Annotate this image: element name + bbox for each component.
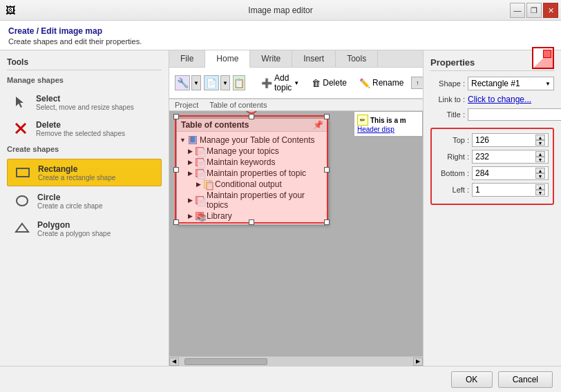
delete-ribbon-label: Delete [323, 78, 347, 88]
cancel-button[interactable]: Cancel [498, 371, 553, 388]
editor-toolbar: File Home Write Insert Tools 🔧 ▼ 📄 ▼ [169, 50, 423, 99]
delete-icon [11, 119, 30, 138]
bottom-spin-up[interactable]: ▲ [535, 168, 545, 173]
ok-button[interactable]: OK [451, 371, 493, 388]
text-preview-header: ✏ This is a m [357, 115, 419, 126]
nav-up[interactable]: ↑ [411, 77, 423, 89]
ribbon-icon-1[interactable]: 🔧 [175, 75, 190, 90]
window-title: Image map editor [248, 6, 312, 15]
tab-home[interactable]: Home [205, 50, 250, 68]
top-spin-down[interactable]: ▼ [535, 140, 545, 146]
select-icon [11, 92, 30, 112]
shape-dropdown[interactable]: Rectangle #1 ▼ [468, 77, 554, 90]
add-topic-label: Add topic [274, 73, 292, 92]
handle-tr[interactable] [324, 114, 330, 119]
polygon-desc: Create a polygon shape [37, 230, 111, 237]
handle-br[interactable] [324, 219, 330, 225]
top-coord-input[interactable]: 126 ▲ ▼ [472, 133, 549, 147]
top-coord-label: Top : [436, 136, 469, 144]
editor-panel: File Home Write Insert Tools 🔧 ▼ 📄 ▼ [169, 50, 423, 366]
bottom-spinner[interactable]: ▲ ▼ [535, 168, 545, 179]
handle-bl[interactable] [173, 219, 179, 225]
left-coord-input[interactable]: 1 ▲ ▼ [472, 183, 549, 197]
rename-icon: ✏️ [359, 78, 370, 88]
rotation-handle[interactable] [245, 111, 258, 114]
ribbon-icons-row2: 📄 ▼ [204, 75, 230, 90]
add-topic-button[interactable]: ➕ Add topic ▼ [256, 70, 304, 95]
select-name: Select [36, 94, 134, 104]
shape-label: Shape : [430, 79, 465, 88]
right-coord-label: Right : [436, 153, 469, 161]
circle-desc: Create a circle shape [37, 202, 103, 210]
select-tool[interactable]: Select Select, move and resize shapes [7, 90, 162, 115]
delete-tool[interactable]: Delete Remove the selected shapes [7, 116, 162, 141]
header-section: Create / Edit image map Create shapes an… [0, 21, 561, 50]
handle-bottom[interactable] [249, 219, 254, 225]
delete-name: Delete [36, 120, 125, 130]
scroll-right-btn[interactable]: ▶ [413, 357, 423, 366]
svg-marker-5 [16, 224, 28, 232]
rename-button[interactable]: ✏️ Rename [354, 75, 408, 91]
top-spinner[interactable]: ▲ ▼ [535, 135, 545, 146]
add-topic-icon: ➕ [261, 78, 272, 88]
link-label: Link to : [430, 95, 465, 104]
polygon-tool[interactable]: Polygon Create a polygon shape [7, 215, 162, 242]
svg-point-4 [17, 196, 28, 206]
top-spin-up[interactable]: ▲ [535, 135, 545, 140]
ribbon-icon-2-dropdown[interactable]: ▼ [220, 75, 230, 90]
rename-label: Rename [372, 78, 403, 88]
close-button[interactable]: ✕ [543, 3, 558, 18]
tab-write[interactable]: Write [250, 50, 292, 67]
right-coord-input[interactable]: 232 ▲ ▼ [472, 150, 549, 164]
rectangle-desc: Create a rectangle shape [38, 174, 115, 182]
handle-right[interactable] [324, 167, 330, 173]
tab-tools[interactable]: Tools [336, 50, 378, 67]
tab-file[interactable]: File [169, 50, 205, 67]
shape-dropdown-arrow: ▼ [545, 81, 551, 87]
title-prop-row: Title : [430, 108, 554, 121]
link-value[interactable]: Click to change... [468, 95, 531, 104]
image-preview-icon [532, 47, 554, 69]
restore-button[interactable]: ❐ [526, 3, 542, 18]
ribbon: 🔧 ▼ 📄 ▼ 📋 ➕ Add topic ▼ � [169, 68, 423, 99]
top-coord-value: 126 [475, 135, 489, 145]
toc-label: Table of contents [209, 101, 267, 109]
ribbon-icon-3[interactable]: 📋 [233, 75, 245, 90]
ribbon-icon-2[interactable]: 📄 [204, 75, 219, 90]
editor-canvas[interactable]: Table of contents 📌 ▼ 📘 Manage your Tabl… [169, 111, 423, 356]
left-panel: Tools Manage shapes Select Select, move … [0, 50, 169, 366]
bottom-coord-input[interactable]: 284 ▲ ▼ [472, 166, 549, 180]
bottom-coord-row: Bottom : 284 ▲ ▼ [436, 166, 549, 180]
right-coord-row: Right : 232 ▲ ▼ [436, 150, 549, 164]
add-topic-arrow: ▼ [294, 80, 299, 86]
tab-insert[interactable]: Insert [292, 50, 336, 67]
right-spinner[interactable]: ▲ ▼ [535, 151, 545, 162]
link-row: Link to : Click to change... [430, 95, 554, 104]
bottom-spin-down[interactable]: ▼ [535, 173, 545, 179]
left-spin-up[interactable]: ▲ [535, 184, 545, 190]
rectangle-tool[interactable]: Rectangle Create a rectangle shape [7, 159, 162, 186]
circle-tool[interactable]: Circle Create a circle shape [7, 188, 162, 214]
right-spin-up[interactable]: ▲ [535, 151, 545, 157]
handle-tl[interactable] [173, 114, 179, 119]
minimize-button[interactable]: — [510, 3, 525, 18]
tools-title: Tools [7, 57, 162, 70]
top-coord-row: Top : 126 ▲ ▼ [436, 133, 549, 147]
properties-panel: Properties Shape : Rectangle #1 ▼ Link t… [423, 50, 561, 366]
left-spinner[interactable]: ▲ ▼ [535, 184, 545, 195]
handle-left[interactable] [173, 167, 179, 173]
nav-arrows: ↑ ← → ↓ ⤢ [411, 77, 423, 89]
delete-ribbon-button[interactable]: 🗑 Delete [307, 75, 352, 91]
ribbon-icons-row1: 🔧 ▼ [175, 75, 201, 90]
bottom-coord-value: 284 [475, 168, 489, 178]
ribbon-icon-1-dropdown[interactable]: ▼ [191, 75, 201, 90]
h-scrollbar[interactable]: ◀ ▶ [169, 356, 423, 366]
right-spin-down[interactable]: ▼ [535, 157, 545, 162]
scroll-left-btn[interactable]: ◀ [169, 357, 179, 366]
scroll-thumb[interactable] [184, 358, 267, 365]
handle-top[interactable] [249, 114, 254, 119]
left-coord-label: Left : [436, 186, 469, 194]
left-spin-down[interactable]: ▼ [535, 190, 545, 195]
project-label: Project [175, 101, 198, 109]
title-input[interactable] [468, 108, 561, 121]
